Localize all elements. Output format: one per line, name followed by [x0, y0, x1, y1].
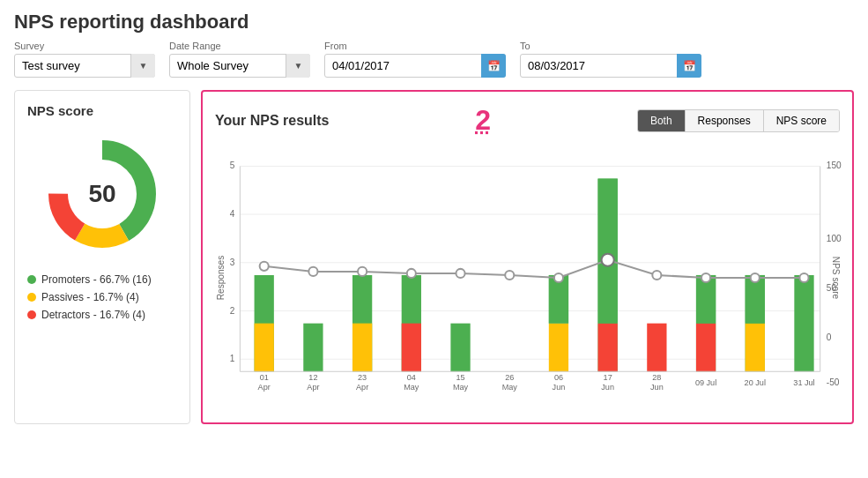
bar-detractors-9 [696, 324, 716, 372]
donut-chart: 50 [41, 132, 164, 256]
date-range-select-wrapper: Whole Survey ▼ [169, 54, 310, 78]
to-control: To 📅 [520, 41, 701, 78]
line-dot-3 [407, 269, 416, 278]
line-dot-9 [701, 273, 710, 282]
date-range-label: Date Range [169, 41, 310, 51]
bar-passives-2 [352, 324, 372, 372]
svg-text:May: May [453, 383, 469, 392]
svg-text:Apr: Apr [356, 383, 368, 392]
svg-text:23: 23 [358, 373, 367, 382]
promoters-dot [27, 275, 36, 284]
survey-label: Survey [14, 41, 155, 51]
svg-text:12: 12 [308, 373, 317, 382]
line-dot-10 [751, 273, 760, 282]
svg-text:May: May [404, 383, 419, 392]
svg-text:NPS score: NPS score [831, 257, 841, 300]
svg-text:Responses: Responses [216, 256, 226, 301]
bar-passives-0 [255, 324, 274, 372]
survey-control: Survey Test survey ▼ [14, 41, 155, 78]
svg-text:15: 15 [456, 373, 464, 382]
svg-text:17: 17 [604, 373, 612, 382]
line-dot-5 [505, 271, 514, 280]
controls-bar: Survey Test survey ▼ Date Range Whole Su… [14, 41, 854, 78]
bar-promoters-11 [794, 275, 813, 371]
svg-text:Apr: Apr [307, 383, 319, 392]
svg-text:Jun: Jun [650, 383, 664, 392]
line-dot-0 [260, 262, 269, 271]
detractors-dot [27, 310, 36, 319]
survey-select[interactable]: Test survey [14, 54, 155, 78]
date-range-select[interactable]: Whole Survey [169, 54, 310, 78]
from-calendar-icon[interactable]: 📅 [481, 54, 506, 78]
svg-text:01: 01 [260, 373, 269, 382]
line-dot-4 [456, 269, 464, 278]
bar-promoters-4 [450, 324, 470, 372]
to-input[interactable] [520, 54, 701, 78]
chart-badge: 2 [475, 104, 491, 137]
legend-promoters: Promoters - 66.7% (16) [27, 273, 152, 286]
bar-passives-6b [549, 324, 568, 372]
survey-select-wrapper: Test survey ▼ [14, 54, 155, 78]
toggle-nps-score[interactable]: NPS score [764, 110, 839, 131]
svg-text:28: 28 [652, 373, 661, 382]
to-label: To [520, 41, 701, 51]
chart-toggle-group: Both Responses NPS score [637, 109, 840, 132]
line-dot-11 [799, 273, 808, 282]
svg-text:Jun: Jun [553, 383, 566, 392]
svg-text:0: 0 [827, 332, 832, 342]
nps-score-panel: NPS score 50 Promoters - 66.7% (16) Pa [14, 90, 190, 424]
page-title: NPS reporting dashboard [14, 11, 854, 34]
svg-text:04: 04 [407, 373, 416, 382]
svg-text:150: 150 [827, 161, 842, 170]
nps-panel-title: NPS score [27, 103, 93, 118]
to-input-wrapper: 📅 [520, 54, 701, 78]
date-range-control: Date Range Whole Survey ▼ [169, 41, 310, 78]
chart-header: Your NPS results 2 Both Responses NPS sc… [215, 104, 840, 137]
line-dot-6 [554, 273, 563, 282]
svg-text:5: 5 [230, 161, 235, 170]
legend-passives: Passives - 16.7% (4) [27, 291, 152, 303]
chart-svg: 5 4 3 2 1 150 100 50 0 -50 Responses NPS… [215, 146, 840, 410]
bar-promoters-7b [598, 179, 618, 324]
nps-score-value: 50 [88, 180, 115, 208]
svg-text:Jun: Jun [601, 383, 614, 392]
svg-text:3: 3 [230, 258, 235, 267]
svg-text:31 Jul: 31 Jul [793, 378, 814, 387]
from-label: From [324, 41, 506, 51]
svg-text:20 Jul: 20 Jul [745, 378, 766, 387]
from-input[interactable] [324, 54, 506, 78]
svg-text:-50: -50 [827, 377, 840, 387]
line-dot-7 [602, 254, 614, 266]
promoters-label: Promoters - 66.7% (16) [41, 273, 152, 286]
from-input-wrapper: 📅 [324, 54, 506, 78]
toggle-responses[interactable]: Responses [686, 110, 764, 131]
svg-text:Apr: Apr [258, 383, 271, 392]
bar-passives-10 [746, 324, 765, 372]
line-dot-2 [358, 267, 367, 276]
svg-text:1: 1 [230, 354, 235, 363]
detractors-label: Detractors - 16.7% (4) [41, 309, 145, 321]
bar-detractors-8 [647, 324, 666, 372]
svg-text:2: 2 [230, 306, 235, 316]
from-control: From 📅 [324, 41, 506, 78]
bar-detractors-7 [598, 324, 618, 372]
chart-panel: Your NPS results 2 Both Responses NPS sc… [201, 90, 854, 424]
legend-detractors: Detractors - 16.7% (4) [27, 309, 152, 321]
to-calendar-icon[interactable]: 📅 [677, 54, 701, 78]
main-content: NPS score 50 Promoters - 66.7% (16) Pa [14, 90, 854, 424]
svg-text:06: 06 [554, 373, 563, 382]
nps-legend: Promoters - 66.7% (16) Passives - 16.7% … [27, 273, 152, 321]
line-dot-8 [652, 271, 661, 280]
toggle-both[interactable]: Both [638, 110, 686, 131]
svg-text:May: May [502, 383, 518, 392]
line-dot-1 [308, 267, 317, 276]
svg-text:09 Jul: 09 Jul [695, 378, 716, 387]
bar-detractors-3 [402, 324, 421, 372]
passives-label: Passives - 16.7% (4) [41, 291, 139, 303]
passives-dot [27, 293, 36, 302]
svg-text:26: 26 [505, 373, 514, 382]
svg-text:100: 100 [827, 234, 842, 243]
chart-title: Your NPS results [215, 113, 330, 129]
chart-area: 5 4 3 2 1 150 100 50 0 -50 Responses NPS… [215, 146, 840, 410]
svg-text:4: 4 [230, 209, 235, 219]
